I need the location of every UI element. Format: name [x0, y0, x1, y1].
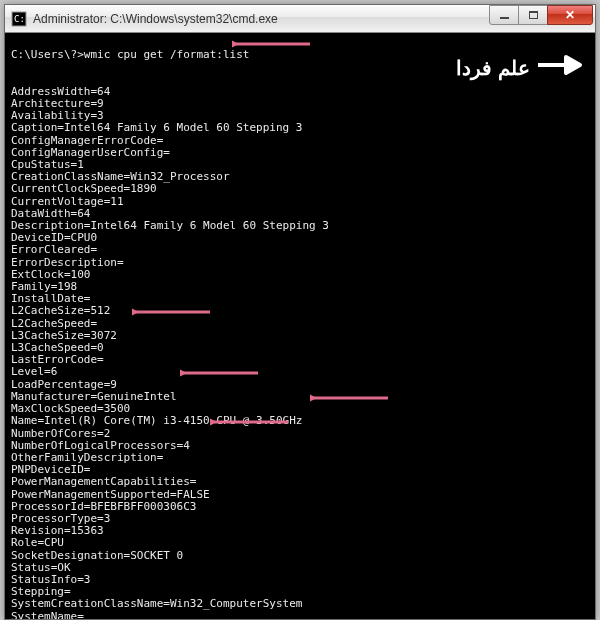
watermark-text: علم فردا — [456, 56, 530, 80]
cmd-icon: C: — [11, 11, 27, 27]
window-controls: ✕ — [490, 5, 593, 25]
titlebar[interactable]: C: Administrator: C:\Windows\system32\cm… — [5, 5, 595, 33]
maximize-button[interactable] — [518, 5, 548, 25]
cmd-window: C: Administrator: C:\Windows\system32\cm… — [4, 4, 596, 620]
minimize-button[interactable] — [489, 5, 519, 25]
terminal-output[interactable]: C:\Users\?>wmic cpu get /format:list Add… — [5, 33, 595, 619]
wmic-output: AddressWidth=64 Architecture=9 Availabil… — [11, 74, 589, 619]
close-button[interactable]: ✕ — [547, 5, 593, 25]
arrow-right-icon — [536, 54, 584, 81]
window-title: Administrator: C:\Windows\system32\cmd.e… — [33, 12, 490, 26]
prompt-line: C:\Users\?>wmic cpu get /format:list — [11, 48, 249, 61]
svg-text:C:: C: — [14, 14, 25, 24]
watermark: علم فردا — [456, 54, 584, 81]
